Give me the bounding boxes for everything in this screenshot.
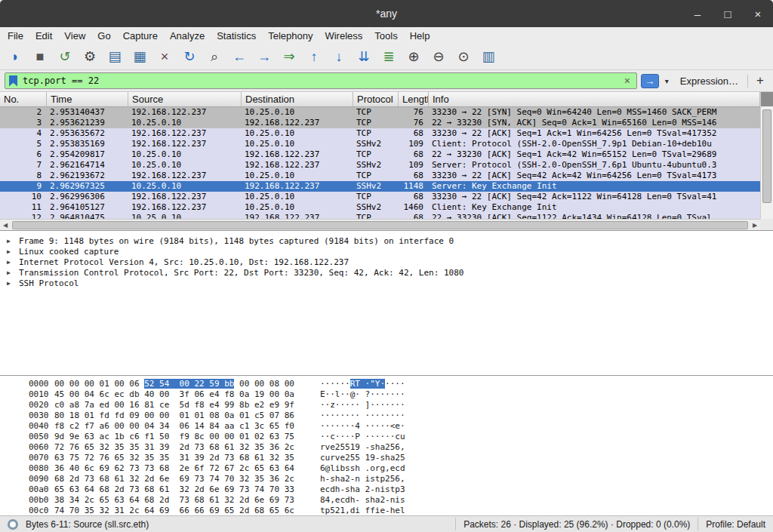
hex-ascii: curve255 19-sha25 xyxy=(320,453,405,463)
hex-row[interactable]: 000000 00 00 01 00 06 52 54 00 22 59 bb … xyxy=(0,379,773,389)
packet-row[interactable]: 32.95362123910.25.0.10192.168.122.237TCP… xyxy=(0,118,760,128)
zoom-in-icon[interactable]: ⊕ xyxy=(405,48,423,66)
maximize-button[interactable]: □ xyxy=(722,8,734,20)
packet-list-horizontal-scrollbar[interactable]: ◀ ▶ xyxy=(0,219,760,230)
detail-row[interactable]: ▶Transmission Control Protocol, Src Port… xyxy=(0,267,773,278)
find-packet-icon[interactable]: ⌕ xyxy=(205,48,223,66)
packet-row[interactable]: 92.96296732510.25.0.10192.168.122.237SSH… xyxy=(0,181,760,192)
cell-destination: 10.25.0.10 xyxy=(242,192,353,202)
auto-scroll-icon[interactable]: ⇊ xyxy=(355,48,373,66)
menu-help[interactable]: Help xyxy=(404,29,436,43)
zoom-reset-icon[interactable]: ⊙ xyxy=(454,48,473,66)
packet-row[interactable]: 62.95420981710.25.0.10192.168.122.237TCP… xyxy=(0,149,760,160)
save-capture-file-icon[interactable]: ▦ xyxy=(131,48,149,66)
cell-time: 2.953140437 xyxy=(47,107,128,118)
restart-capture-icon[interactable]: ↺ xyxy=(56,48,74,66)
expert-info-icon[interactable] xyxy=(8,519,18,530)
hex-row[interactable]: 00c074 70 35 32 31 2c 64 69 66 66 69 65 … xyxy=(0,506,773,515)
packet-row[interactable]: 52.953835169192.168.122.23710.25.0.10SSH… xyxy=(0,139,760,149)
hex-row[interactable]: 0020c0 a8 7a ed 00 16 81 ce 5d f8 e4 99 … xyxy=(0,400,773,411)
packet-row[interactable]: 42.953635672192.168.122.23710.25.0.10TCP… xyxy=(0,128,760,139)
column-header-destination[interactable]: Destination xyxy=(242,92,353,106)
display-filter-field[interactable]: × xyxy=(5,72,637,89)
cell-destination: 10.25.0.10 xyxy=(242,202,353,213)
menu-statistics[interactable]: Statistics xyxy=(211,29,262,43)
hex-row[interactable]: 007063 75 72 76 65 32 35 35 31 39 2d 73 … xyxy=(0,453,773,463)
detail-row[interactable]: ▶Internet Protocol Version 4, Src: 10.25… xyxy=(0,257,773,267)
go-first-packet-icon[interactable]: ↑ xyxy=(305,48,323,66)
hex-row[interactable]: 00509d 9e 63 ac 1b c6 f1 50 f9 8c 00 00 … xyxy=(0,432,773,442)
detail-text: Linux cooked capture xyxy=(19,247,119,257)
packet-row[interactable]: 22.953140437192.168.122.23710.25.0.10TCP… xyxy=(0,107,760,118)
menu-telephony[interactable]: Telephony xyxy=(262,29,319,43)
expander-icon[interactable]: ▶ xyxy=(7,280,14,287)
expander-icon[interactable]: ▶ xyxy=(7,269,14,276)
menu-capture[interactable]: Capture xyxy=(117,29,164,43)
expander-icon[interactable]: ▶ xyxy=(7,248,14,255)
cell-time: 2.962967325 xyxy=(47,181,128,192)
expression-button[interactable]: Expression… xyxy=(675,75,744,87)
scroll-left-icon[interactable]: ◀ xyxy=(0,222,11,229)
column-header-info[interactable]: Info xyxy=(429,92,760,106)
hex-row[interactable]: 008036 40 6c 69 62 73 73 68 2e 6f 72 67 … xyxy=(0,463,773,474)
go-back-icon[interactable]: ← xyxy=(230,48,248,66)
start-capture-icon[interactable]: ◗ xyxy=(6,48,24,66)
column-header-time[interactable]: Time xyxy=(47,92,128,106)
filter-history-dropdown-icon[interactable]: ▾ xyxy=(663,77,671,85)
cell-destination: 192.168.122.237 xyxy=(242,149,353,160)
hex-row[interactable]: 0040f8 c2 f7 a6 00 00 04 34 06 14 84 aa … xyxy=(0,421,773,432)
menu-file[interactable]: File xyxy=(2,29,29,43)
colorize-packets-icon[interactable]: ≣ xyxy=(380,48,398,66)
menu-tools[interactable]: Tools xyxy=(368,29,403,43)
clear-filter-icon[interactable]: × xyxy=(618,75,636,87)
close-capture-file-icon[interactable]: × xyxy=(156,48,174,66)
packet-row[interactable]: 72.96216471410.25.0.10192.168.122.237SSH… xyxy=(0,160,760,171)
hex-offset: 0080 xyxy=(29,463,54,474)
scroll-right-icon[interactable]: ▶ xyxy=(750,222,760,229)
zoom-out-icon[interactable]: ⊖ xyxy=(430,48,448,66)
menu-go[interactable]: Go xyxy=(91,29,116,43)
detail-row[interactable]: ▶Frame 9: 1148 bytes on wire (9184 bits)… xyxy=(0,235,773,246)
hex-row[interactable]: 009068 2d 73 68 61 32 2d 6e 69 73 74 70 … xyxy=(0,474,773,484)
packet-list-vertical-scrollbar[interactable] xyxy=(760,92,773,219)
detail-row[interactable]: ▶SSH Protocol xyxy=(0,278,773,288)
menu-view[interactable]: View xyxy=(58,29,91,43)
apply-filter-button[interactable]: → xyxy=(641,74,659,88)
expander-icon[interactable]: ▶ xyxy=(7,259,14,266)
expander-icon[interactable]: ▶ xyxy=(7,238,14,244)
profile-button[interactable]: Profile: Default xyxy=(706,519,765,530)
minimize-button[interactable]: – xyxy=(691,8,704,20)
detail-row[interactable]: ▶Linux cooked capture xyxy=(0,246,773,257)
close-button[interactable]: × xyxy=(752,8,764,20)
hex-row[interactable]: 003080 18 01 fd fd 09 00 00 01 01 08 0a … xyxy=(0,411,773,421)
hex-row[interactable]: 001045 00 04 6c ec db 40 00 3f 06 e4 f8 … xyxy=(0,389,773,400)
packet-row[interactable]: 112.964105127192.168.122.23710.25.0.10SS… xyxy=(0,202,760,213)
horizontal-scrollbar-thumb[interactable] xyxy=(12,221,748,229)
hex-row[interactable]: 00b038 34 2c 65 63 64 68 2d 73 68 61 32 … xyxy=(0,495,773,506)
go-forward-icon[interactable]: → xyxy=(255,48,273,66)
add-filter-button[interactable]: + xyxy=(752,73,768,88)
packet-row[interactable]: 82.962193672192.168.122.23710.25.0.10TCP… xyxy=(0,171,760,181)
capture-options-icon[interactable]: ⚙ xyxy=(81,48,99,66)
stop-capture-icon[interactable]: ■ xyxy=(31,48,49,66)
cell-no: 2 xyxy=(0,107,47,118)
packet-row[interactable]: 102.962996306192.168.122.23710.25.0.10TC… xyxy=(0,192,760,202)
display-filter-input[interactable] xyxy=(23,75,618,86)
open-capture-file-icon[interactable]: ▤ xyxy=(106,48,124,66)
packet-row[interactable]: 122.96481047510.25.0.10192.168.122.237TC… xyxy=(0,213,760,219)
resize-columns-icon[interactable]: ▥ xyxy=(479,48,497,66)
menu-edit[interactable]: Edit xyxy=(29,29,58,43)
column-header-length[interactable]: Length xyxy=(399,92,429,106)
column-header-protocol[interactable]: Protocol xyxy=(353,92,399,106)
hex-row[interactable]: 00a065 63 64 68 2d 73 68 61 32 2d 6e 69 … xyxy=(0,484,773,495)
go-to-packet-icon[interactable]: ⇒ xyxy=(280,48,298,66)
hex-row[interactable]: 006072 76 65 32 35 35 31 39 2d 73 68 61 … xyxy=(0,442,773,453)
menu-analyze[interactable]: Analyze xyxy=(164,29,211,43)
column-header-no[interactable]: No. xyxy=(0,92,47,106)
bookmark-icon[interactable] xyxy=(9,75,17,87)
vertical-scrollbar-thumb[interactable] xyxy=(762,109,771,203)
reload-capture-file-icon[interactable]: ↻ xyxy=(180,48,199,66)
menu-wireless[interactable]: Wireless xyxy=(319,29,368,43)
go-last-packet-icon[interactable]: ↓ xyxy=(330,48,348,66)
column-header-source[interactable]: Source xyxy=(128,92,242,106)
